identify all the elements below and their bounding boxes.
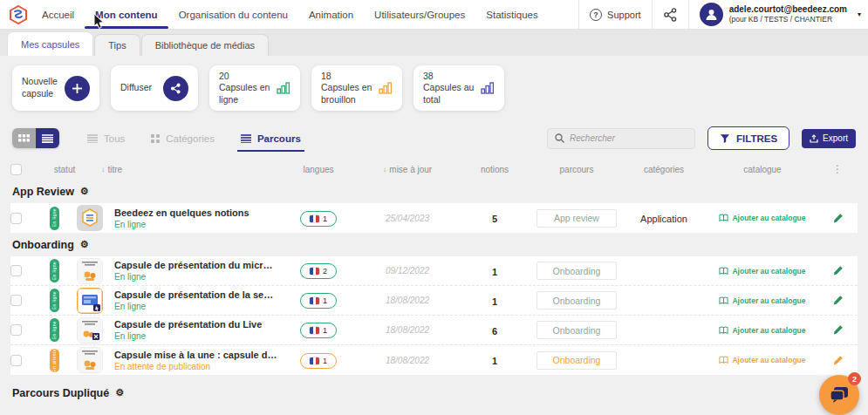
chat-launcher-button[interactable]: 2: [819, 375, 859, 415]
gear-icon[interactable]: ⚙︎: [80, 239, 89, 250]
parcours-chip[interactable]: App review: [537, 209, 617, 228]
table-row[interactable]: En ligne Beedeez en quelques notions En …: [10, 203, 858, 233]
group-header-parcours-duplique: Parcours Dupliqué ⚙︎: [10, 381, 858, 405]
gear-icon[interactable]: ⚙︎: [80, 186, 89, 197]
capsule-state: En ligne: [114, 331, 262, 341]
beedeez-logo-icon[interactable]: [9, 4, 28, 25]
row-checkbox[interactable]: [10, 355, 22, 366]
table-row[interactable]: En ligne Capsule de présentation de la s…: [10, 286, 858, 316]
row-checkbox[interactable]: [10, 213, 22, 224]
capsule-thumbnail[interactable]: [77, 317, 103, 344]
funnel-icon: [720, 133, 730, 144]
row-checkbox[interactable]: [10, 295, 22, 306]
languages-badge[interactable]: 1: [300, 293, 337, 309]
languages-badge[interactable]: 1: [300, 211, 337, 227]
select-all-checkbox[interactable]: [10, 164, 22, 175]
diffuse-button[interactable]: [163, 76, 188, 101]
sort-desc-icon[interactable]: ↓: [383, 165, 387, 173]
column-categories[interactable]: catégories: [620, 165, 707, 174]
export-label: Export: [823, 133, 848, 143]
stat-draft: 18 Capsules en brouillon: [321, 71, 373, 106]
table-row[interactable]: En attente Capsule mise à la une : capsu…: [10, 345, 858, 375]
table-row[interactable]: En ligne Capsule de présentation du Live…: [10, 316, 858, 345]
divider: [578, 0, 579, 29]
languages-badge[interactable]: 1: [300, 323, 337, 338]
flag-icon: [310, 297, 319, 304]
table-row[interactable]: En ligne Capsule de présentation du micr…: [10, 256, 858, 286]
new-capsule-card[interactable]: Nouvelle capsule: [12, 65, 99, 111]
row-checkbox[interactable]: [10, 265, 22, 276]
stat-card-online: 20 Capsules en ligne: [209, 65, 300, 111]
nav-item-mon-contenu[interactable]: Mon contenu: [95, 0, 158, 29]
tab-bibliotheque-medias[interactable]: Bibliothèque de médias: [141, 34, 269, 56]
column-mise-a-jour[interactable]: ↓ mise à jour: [359, 165, 456, 174]
list-view-button[interactable]: [36, 128, 59, 148]
divider: [688, 0, 689, 29]
capsule-title[interactable]: Capsule de présentation du Live: [114, 319, 262, 330]
sort-desc-icon[interactable]: ↓: [101, 165, 106, 173]
search-box[interactable]: [547, 128, 695, 149]
row-checkbox[interactable]: [10, 324, 22, 336]
group-rows: En ligne Capsule de présentation du micr…: [10, 256, 858, 375]
languages-badge[interactable]: 2: [300, 263, 337, 279]
parcours-chip[interactable]: Onboarding: [537, 321, 617, 339]
edit-icon[interactable]: [832, 295, 844, 306]
edit-icon[interactable]: [832, 355, 844, 366]
filter-tab-categories[interactable]: Catégories: [151, 133, 215, 144]
add-capsule-button[interactable]: [65, 76, 90, 101]
capsule-thumbnail[interactable]: [77, 288, 103, 314]
summary-cards: Nouvelle capsule Diffuser 20 Capsules en…: [0, 56, 868, 114]
parcours-chip[interactable]: Onboarding: [537, 351, 617, 370]
edit-icon[interactable]: [832, 213, 844, 224]
column-langues[interactable]: langues: [278, 165, 359, 174]
support-label: Support: [607, 10, 641, 20]
gear-icon[interactable]: ⚙︎: [115, 387, 124, 398]
column-menu-icon[interactable]: ⋮: [832, 163, 843, 175]
capsule-thumbnail[interactable]: [77, 205, 103, 231]
add-to-catalogue-link[interactable]: Ajouter au catalogue: [719, 296, 805, 305]
capsule-title[interactable]: Beedeez en quelques notions: [114, 208, 249, 218]
group-header-app-review: App Review ⚙︎: [10, 180, 858, 203]
add-to-catalogue-link[interactable]: Ajouter au catalogue: [719, 326, 805, 335]
column-statut[interactable]: statut: [37, 165, 92, 174]
column-catalogue[interactable]: catalogue: [707, 165, 817, 174]
filter-tab-label: Tous: [104, 133, 125, 144]
tab-mes-capsules[interactable]: Mes capsules: [7, 31, 93, 56]
user-menu[interactable]: adele.courtot@beedeez.com (pour KB / TES…: [700, 3, 861, 26]
search-input[interactable]: [570, 133, 687, 143]
export-button[interactable]: Export: [802, 129, 856, 148]
diffuse-card[interactable]: Diffuser: [111, 65, 198, 111]
filter-tab-tous[interactable]: Tous: [87, 133, 125, 144]
filter-tab-parcours[interactable]: Parcours: [241, 133, 301, 144]
edit-icon[interactable]: [832, 265, 844, 276]
column-notions[interactable]: notions: [456, 165, 533, 174]
parcours-chip[interactable]: Onboarding: [537, 291, 617, 310]
add-to-catalogue-link[interactable]: Ajouter au catalogue: [719, 267, 805, 276]
nav-item-organisation[interactable]: Organisation du contenu: [179, 0, 288, 29]
support-button[interactable]: ? Support: [590, 9, 641, 21]
grid-view-button[interactable]: [12, 128, 36, 148]
capsule-thumbnail[interactable]: [77, 347, 103, 373]
nav-item-animation[interactable]: Animation: [309, 0, 353, 29]
tab-tips[interactable]: Tips: [94, 34, 140, 56]
nav-item-accueil[interactable]: Accueil: [42, 0, 74, 29]
filters-button[interactable]: FILTRES: [707, 126, 789, 150]
updated-date: 18/08/2022: [386, 356, 429, 365]
capsule-thumbnail[interactable]: [77, 258, 103, 284]
add-to-catalogue-link[interactable]: Ajouter au catalogue: [719, 214, 805, 222]
column-maj-label: mise à jour: [389, 165, 432, 174]
nav-item-statistiques[interactable]: Statistiques: [486, 0, 537, 29]
capsule-title[interactable]: Capsule de présentation du micro-doing: [114, 260, 278, 270]
column-titre[interactable]: ↓ titre: [92, 165, 278, 174]
column-parcours[interactable]: parcours: [533, 165, 620, 174]
edit-icon[interactable]: [832, 324, 844, 336]
chevron-down-icon[interactable]: ▾: [858, 10, 861, 18]
navbar-right: ? Support adele.courtot@beedeez.com (pou…: [568, 0, 861, 29]
capsule-title[interactable]: Capsule de présentation de la session av…: [114, 289, 278, 300]
parcours-chip[interactable]: Onboarding: [537, 262, 617, 280]
share-icon[interactable]: [663, 8, 678, 22]
languages-badge[interactable]: 1: [300, 353, 337, 369]
nav-item-utilisateurs[interactable]: Utilisateurs/Groupes: [374, 0, 465, 29]
capsule-title[interactable]: Capsule mise à la une : capsule de prése…: [114, 350, 278, 360]
add-to-catalogue-link[interactable]: Ajouter au catalogue: [719, 356, 805, 364]
